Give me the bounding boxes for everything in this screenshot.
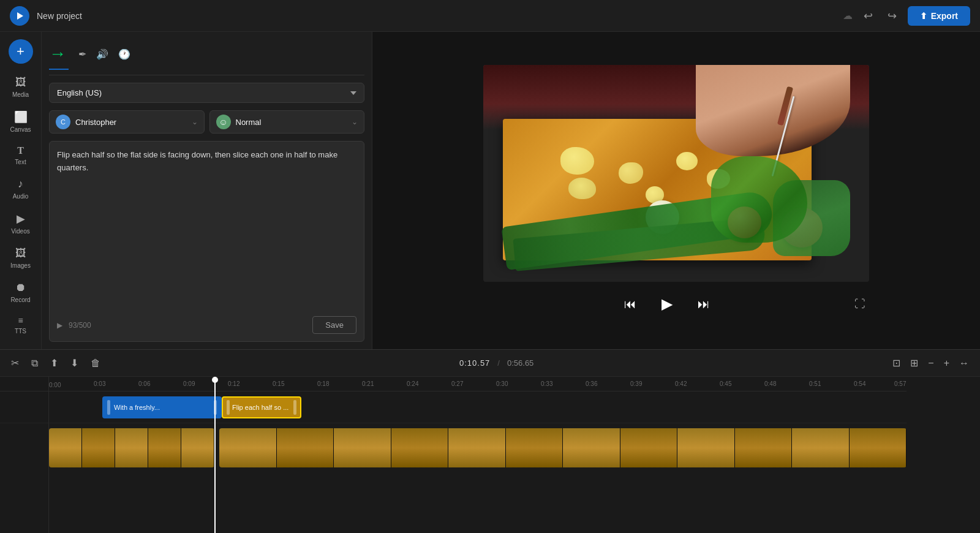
video-gap xyxy=(214,428,219,467)
images-icon: 🖼 xyxy=(15,247,26,260)
clip-label-2: Flip each half so ... xyxy=(232,404,291,411)
clock-icon: 🕐 xyxy=(118,48,130,60)
timeline-ruler: 0:00 0:03 0:06 0:09 0:12 0:15 0:18 0:21 … xyxy=(49,377,907,391)
text-input-area: Flip each half so the flat side is facin… xyxy=(49,141,364,342)
voice-name-selector[interactable]: C Christopher ⌄ xyxy=(49,110,205,134)
sidebar-item-record[interactable]: ⏺ Record xyxy=(4,276,38,308)
svg-marker-0 xyxy=(17,12,23,20)
videos-icon: ▶ xyxy=(17,212,25,225)
add-button[interactable]: + xyxy=(9,39,33,64)
sidebar-item-videos[interactable]: ▶ Videos xyxy=(4,207,38,240)
sidebar-item-media[interactable]: 🖼 Media xyxy=(4,71,38,103)
current-time: 0:10.57 xyxy=(459,358,490,368)
delete-button[interactable]: 🗑 xyxy=(87,354,104,372)
total-duration: 0:56.65 xyxy=(507,358,533,368)
split-button[interactable]: ⊞ xyxy=(907,353,922,372)
tab-clock[interactable]: 🕐 xyxy=(118,48,130,66)
timeline-section: ✂ ⧉ ⬆ ⬇ 🗑 0:10.57 / 0:56.65 ⊡ ⊞ − + ↔ xyxy=(0,349,980,533)
clip-left-handle-2[interactable] xyxy=(227,400,230,415)
save-button[interactable]: Save xyxy=(312,316,356,334)
zoom-out-button[interactable]: − xyxy=(924,354,937,372)
tab-tts-main[interactable]: → xyxy=(49,44,69,70)
copy-button[interactable]: ⧉ xyxy=(28,354,42,372)
play-preview-button[interactable]: ▶ xyxy=(57,321,62,330)
tts-label: TTS xyxy=(15,328,26,335)
time-divider: / xyxy=(497,358,500,368)
video-next-button[interactable]: ⏭ xyxy=(692,292,716,316)
sidebar-item-images[interactable]: 🖼 Images xyxy=(4,242,38,274)
export-icon: ⬆ xyxy=(920,11,927,21)
arrow-right-icon: → xyxy=(49,44,66,64)
cloud-icon: ☁ xyxy=(843,10,853,21)
video-area: ⏮ ▶ ⏭ ⛶ xyxy=(372,32,980,349)
caption-track: With a freshly... Flip each half so ... xyxy=(49,391,907,423)
move-up-button[interactable]: ⬆ xyxy=(47,353,62,372)
main-content: + 🖼 Media ⬜ Canvas T Text ♪ Audio ▶ Vide… xyxy=(0,32,980,349)
voice-style-avatar: ☺ xyxy=(216,115,231,129)
video-play-button[interactable]: ▶ xyxy=(655,292,679,316)
voice-row: C Christopher ⌄ ☺ Normal ⌄ xyxy=(49,110,364,134)
timeline-body: 0:00 0:03 0:06 0:09 0:12 0:15 0:18 0:21 … xyxy=(0,377,980,533)
export-button[interactable]: ⬆ Export xyxy=(908,6,970,26)
tts-panel: → ✒ 🔊 🕐 English (US) C Christopher ⌄ xyxy=(42,32,372,349)
record-icon: ⏺ xyxy=(15,281,26,294)
topbar-actions: ↩ ↪ ⬆ Export xyxy=(860,6,970,26)
audio-label: Audio xyxy=(13,193,29,200)
cut-button[interactable]: ✂ xyxy=(7,353,23,372)
track-labels xyxy=(0,377,49,533)
sidebar-item-tts[interactable]: ≡ TTS xyxy=(4,311,38,339)
sidebar-item-canvas[interactable]: ⬜ Canvas xyxy=(4,105,38,138)
char-count: 93/500 xyxy=(69,321,91,330)
topbar: New project ☁ ↩ ↪ ⬆ Export xyxy=(0,0,980,32)
play-icon: ▶ xyxy=(57,321,62,330)
language-selector[interactable]: English (US) xyxy=(49,83,364,103)
canvas-icon: ⬜ xyxy=(14,110,28,124)
video-segment-1 xyxy=(49,428,214,467)
sidebar-item-audio[interactable]: ♪ Audio xyxy=(4,173,38,205)
text-icon: T xyxy=(17,145,24,156)
left-sidebar: + 🖼 Media ⬜ Canvas T Text ♪ Audio ▶ Vide… xyxy=(0,32,42,349)
voice-avatar: C xyxy=(56,115,70,129)
media-label: Media xyxy=(12,91,29,98)
videos-label: Videos xyxy=(11,228,29,235)
clip-right-handle-1[interactable] xyxy=(214,400,217,415)
voice-style-label: Normal xyxy=(236,118,347,127)
video-track xyxy=(49,423,907,472)
video-scene xyxy=(483,65,869,282)
move-down-button[interactable]: ⬇ xyxy=(67,353,82,372)
caption-clip-1[interactable]: With a freshly... xyxy=(102,396,222,418)
clip-label-1: With a freshly... xyxy=(114,404,210,411)
panel-tabs: → ✒ 🔊 🕐 xyxy=(49,39,364,75)
voice-name-label: Christopher xyxy=(75,118,187,127)
voice-style-selector[interactable]: ☺ Normal ⌄ xyxy=(209,110,365,134)
clip-right-handle-2[interactable] xyxy=(293,400,296,415)
tts-text-input[interactable]: Flip each half so the flat side is facin… xyxy=(57,149,356,311)
tab-pen[interactable]: ✒ xyxy=(78,48,86,66)
clip-left-handle-1[interactable] xyxy=(107,400,110,415)
chevron-down-icon-2: ⌄ xyxy=(352,118,358,126)
tab-audio[interactable]: 🔊 xyxy=(96,48,108,66)
project-title: New project xyxy=(37,11,835,21)
video-preview xyxy=(483,65,869,282)
tts-icon: ≡ xyxy=(18,316,23,325)
audio-icon: ♪ xyxy=(18,178,23,191)
text-area-footer: ▶ 93/500 Save xyxy=(57,316,356,334)
undo-button[interactable]: ↩ xyxy=(860,6,876,26)
caption-clip-2[interactable]: Flip each half so ... xyxy=(222,396,301,418)
video-prev-button[interactable]: ⏮ xyxy=(618,292,643,316)
fit-button[interactable]: ⊡ xyxy=(889,353,904,372)
canvas-label: Canvas xyxy=(10,126,31,133)
fullscreen-button[interactable]: ⛶ xyxy=(851,294,869,314)
expand-button[interactable]: ↔ xyxy=(956,354,973,372)
timeline-canvas: 0:00 0:03 0:06 0:09 0:12 0:15 0:18 0:21 … xyxy=(49,377,907,533)
text-label: Text xyxy=(15,159,26,165)
sidebar-item-text[interactable]: T Text xyxy=(4,140,38,170)
record-label: Record xyxy=(10,297,30,303)
chevron-down-icon: ⌄ xyxy=(192,118,198,126)
zoom-controls: ⊡ ⊞ − + ↔ xyxy=(889,353,973,372)
timeline-scroll-area[interactable]: 0:00 0:03 0:06 0:09 0:12 0:15 0:18 0:21 … xyxy=(49,377,980,533)
pen-icon: ✒ xyxy=(78,48,86,60)
zoom-in-button[interactable]: + xyxy=(940,354,953,372)
media-icon: 🖼 xyxy=(15,76,26,89)
redo-button[interactable]: ↪ xyxy=(884,6,900,26)
